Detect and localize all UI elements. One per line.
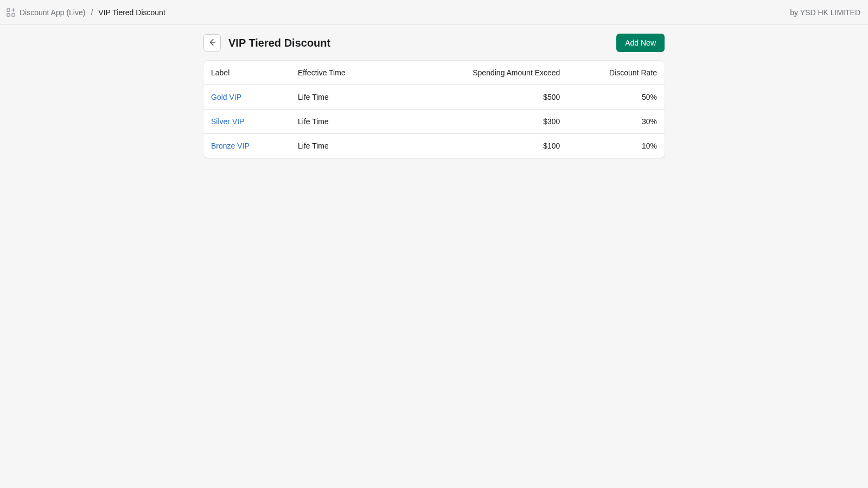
tier-spending: $300 bbox=[410, 110, 567, 134]
tier-effective-time: Life Time bbox=[290, 110, 410, 134]
tier-effective-time: Life Time bbox=[290, 85, 410, 110]
column-header-discount: Discount Rate bbox=[567, 61, 665, 85]
tier-link[interactable]: Bronze VIP bbox=[211, 142, 250, 150]
breadcrumb-separator: / bbox=[91, 8, 93, 17]
table-row[interactable]: Gold VIP Life Time $500 50% bbox=[203, 85, 665, 110]
column-header-effective-time: Effective Time bbox=[290, 61, 410, 85]
svg-rect-0 bbox=[7, 9, 10, 11]
vendor-label: by YSD HK LIMITED bbox=[790, 8, 860, 17]
breadcrumb-app-link[interactable]: Discount App (Live) bbox=[20, 8, 85, 17]
column-header-label: Label bbox=[203, 61, 290, 85]
page-header: VIP Tiered Discount Add New bbox=[203, 34, 665, 52]
svg-rect-1 bbox=[7, 14, 10, 16]
table-row[interactable]: Bronze VIP Life Time $100 10% bbox=[203, 134, 665, 158]
tiers-table-card: Label Effective Time Spending Amount Exc… bbox=[203, 61, 665, 158]
tier-link[interactable]: Gold VIP bbox=[211, 93, 241, 101]
back-button[interactable] bbox=[203, 34, 221, 52]
topbar: Discount App (Live) / VIP Tiered Discoun… bbox=[0, 0, 868, 25]
page-title: VIP Tiered Discount bbox=[228, 37, 330, 49]
tier-spending: $100 bbox=[410, 134, 567, 158]
arrow-left-icon bbox=[207, 37, 217, 49]
tiers-table: Label Effective Time Spending Amount Exc… bbox=[203, 61, 665, 158]
tier-discount: 50% bbox=[567, 85, 665, 110]
add-new-button[interactable]: Add New bbox=[616, 34, 665, 52]
tier-spending: $500 bbox=[410, 85, 567, 110]
breadcrumb: Discount App (Live) / VIP Tiered Discoun… bbox=[7, 8, 165, 17]
table-row[interactable]: Silver VIP Life Time $300 30% bbox=[203, 110, 665, 134]
tier-discount: 10% bbox=[567, 134, 665, 158]
column-header-spending: Spending Amount Exceed bbox=[410, 61, 567, 85]
svg-rect-2 bbox=[12, 14, 15, 16]
tier-effective-time: Life Time bbox=[290, 134, 410, 158]
tier-link[interactable]: Silver VIP bbox=[211, 117, 244, 126]
tier-discount: 30% bbox=[567, 110, 665, 134]
app-icon bbox=[7, 8, 15, 17]
breadcrumb-current: VIP Tiered Discount bbox=[98, 8, 165, 17]
